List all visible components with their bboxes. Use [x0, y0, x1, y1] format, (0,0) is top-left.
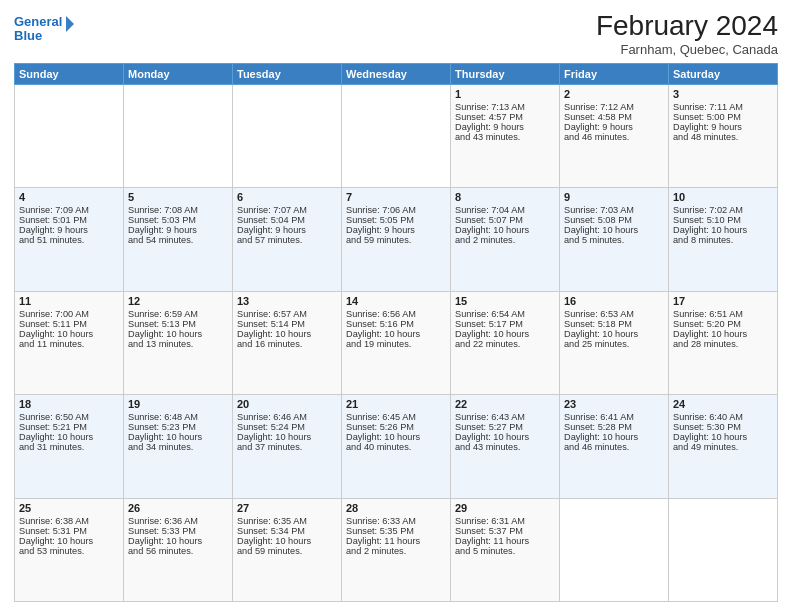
cell-text: Daylight: 10 hours	[19, 536, 119, 546]
calendar-body: 1Sunrise: 7:13 AMSunset: 4:57 PMDaylight…	[15, 85, 778, 602]
cell-text: and 5 minutes.	[564, 235, 664, 245]
cell-text: Sunrise: 7:02 AM	[673, 205, 773, 215]
cell-text: Sunrise: 7:06 AM	[346, 205, 446, 215]
cell-text: Daylight: 10 hours	[455, 225, 555, 235]
weekday-header: Friday	[560, 64, 669, 85]
cell-text: Daylight: 9 hours	[564, 122, 664, 132]
day-number: 1	[455, 88, 555, 100]
weekday-header: Wednesday	[342, 64, 451, 85]
cell-text: Sunrise: 6:45 AM	[346, 412, 446, 422]
cell-text: and 51 minutes.	[19, 235, 119, 245]
calendar-cell: 7Sunrise: 7:06 AMSunset: 5:05 PMDaylight…	[342, 188, 451, 291]
page: General Blue February 2024 Farnham, Queb…	[0, 0, 792, 612]
cell-text: Daylight: 11 hours	[455, 536, 555, 546]
day-number: 29	[455, 502, 555, 514]
calendar-cell: 26Sunrise: 6:36 AMSunset: 5:33 PMDayligh…	[124, 498, 233, 601]
cell-text: Daylight: 10 hours	[237, 536, 337, 546]
cell-text: and 53 minutes.	[19, 546, 119, 556]
cell-text: Sunrise: 7:09 AM	[19, 205, 119, 215]
cell-text: Sunrise: 6:46 AM	[237, 412, 337, 422]
calendar-cell: 2Sunrise: 7:12 AMSunset: 4:58 PMDaylight…	[560, 85, 669, 188]
cell-text: Sunset: 5:04 PM	[237, 215, 337, 225]
cell-text: and 37 minutes.	[237, 442, 337, 452]
calendar-cell: 25Sunrise: 6:38 AMSunset: 5:31 PMDayligh…	[15, 498, 124, 601]
calendar-cell	[342, 85, 451, 188]
sub-title: Farnham, Quebec, Canada	[596, 42, 778, 57]
cell-text: and 22 minutes.	[455, 339, 555, 349]
cell-text: Sunrise: 6:48 AM	[128, 412, 228, 422]
cell-text: Daylight: 10 hours	[346, 329, 446, 339]
cell-text: Sunset: 5:10 PM	[673, 215, 773, 225]
cell-text: and 25 minutes.	[564, 339, 664, 349]
weekday-header: Tuesday	[233, 64, 342, 85]
cell-text: Sunset: 5:24 PM	[237, 422, 337, 432]
calendar-cell: 14Sunrise: 6:56 AMSunset: 5:16 PMDayligh…	[342, 291, 451, 394]
calendar-week-row: 1Sunrise: 7:13 AMSunset: 4:57 PMDaylight…	[15, 85, 778, 188]
day-number: 4	[19, 191, 119, 203]
cell-text: Daylight: 9 hours	[455, 122, 555, 132]
cell-text: Sunrise: 7:08 AM	[128, 205, 228, 215]
calendar-cell: 16Sunrise: 6:53 AMSunset: 5:18 PMDayligh…	[560, 291, 669, 394]
cell-text: Sunset: 5:21 PM	[19, 422, 119, 432]
cell-text: Daylight: 9 hours	[673, 122, 773, 132]
logo: General Blue	[14, 10, 74, 46]
cell-text: Sunrise: 6:51 AM	[673, 309, 773, 319]
calendar-cell: 11Sunrise: 7:00 AMSunset: 5:11 PMDayligh…	[15, 291, 124, 394]
cell-text: Sunset: 5:31 PM	[19, 526, 119, 536]
day-number: 17	[673, 295, 773, 307]
cell-text: Daylight: 10 hours	[237, 329, 337, 339]
calendar-week-row: 25Sunrise: 6:38 AMSunset: 5:31 PMDayligh…	[15, 498, 778, 601]
cell-text: Daylight: 10 hours	[673, 225, 773, 235]
title-block: February 2024 Farnham, Quebec, Canada	[596, 10, 778, 57]
cell-text: Daylight: 9 hours	[237, 225, 337, 235]
day-number: 20	[237, 398, 337, 410]
cell-text: Sunset: 5:14 PM	[237, 319, 337, 329]
calendar-cell: 21Sunrise: 6:45 AMSunset: 5:26 PMDayligh…	[342, 395, 451, 498]
day-number: 22	[455, 398, 555, 410]
day-number: 10	[673, 191, 773, 203]
day-number: 14	[346, 295, 446, 307]
cell-text: and 34 minutes.	[128, 442, 228, 452]
cell-text: Sunset: 5:30 PM	[673, 422, 773, 432]
cell-text: and 46 minutes.	[564, 442, 664, 452]
weekday-row: SundayMondayTuesdayWednesdayThursdayFrid…	[15, 64, 778, 85]
cell-text: Sunset: 5:17 PM	[455, 319, 555, 329]
day-number: 3	[673, 88, 773, 100]
cell-text: and 49 minutes.	[673, 442, 773, 452]
calendar-cell: 1Sunrise: 7:13 AMSunset: 4:57 PMDaylight…	[451, 85, 560, 188]
cell-text: Sunrise: 6:56 AM	[346, 309, 446, 319]
weekday-header: Monday	[124, 64, 233, 85]
calendar-cell: 10Sunrise: 7:02 AMSunset: 5:10 PMDayligh…	[669, 188, 778, 291]
calendar-week-row: 11Sunrise: 7:00 AMSunset: 5:11 PMDayligh…	[15, 291, 778, 394]
calendar-cell: 13Sunrise: 6:57 AMSunset: 5:14 PMDayligh…	[233, 291, 342, 394]
cell-text: Daylight: 11 hours	[346, 536, 446, 546]
calendar-cell: 23Sunrise: 6:41 AMSunset: 5:28 PMDayligh…	[560, 395, 669, 498]
cell-text: Daylight: 10 hours	[346, 432, 446, 442]
calendar-table: SundayMondayTuesdayWednesdayThursdayFrid…	[14, 63, 778, 602]
calendar-cell: 18Sunrise: 6:50 AMSunset: 5:21 PMDayligh…	[15, 395, 124, 498]
cell-text: Sunrise: 6:54 AM	[455, 309, 555, 319]
cell-text: and 8 minutes.	[673, 235, 773, 245]
cell-text: Sunrise: 6:31 AM	[455, 516, 555, 526]
cell-text: and 2 minutes.	[346, 546, 446, 556]
cell-text: Daylight: 10 hours	[564, 225, 664, 235]
cell-text: Sunrise: 7:07 AM	[237, 205, 337, 215]
calendar-cell: 20Sunrise: 6:46 AMSunset: 5:24 PMDayligh…	[233, 395, 342, 498]
calendar-cell: 27Sunrise: 6:35 AMSunset: 5:34 PMDayligh…	[233, 498, 342, 601]
day-number: 11	[19, 295, 119, 307]
cell-text: and 59 minutes.	[237, 546, 337, 556]
cell-text: Sunrise: 7:12 AM	[564, 102, 664, 112]
calendar-cell: 19Sunrise: 6:48 AMSunset: 5:23 PMDayligh…	[124, 395, 233, 498]
cell-text: Sunrise: 6:36 AM	[128, 516, 228, 526]
day-number: 21	[346, 398, 446, 410]
svg-marker-2	[66, 16, 74, 32]
cell-text: Sunset: 5:26 PM	[346, 422, 446, 432]
weekday-header: Thursday	[451, 64, 560, 85]
cell-text: Sunrise: 7:04 AM	[455, 205, 555, 215]
calendar-cell: 29Sunrise: 6:31 AMSunset: 5:37 PMDayligh…	[451, 498, 560, 601]
cell-text: Daylight: 10 hours	[19, 432, 119, 442]
cell-text: and 31 minutes.	[19, 442, 119, 452]
calendar-cell: 3Sunrise: 7:11 AMSunset: 5:00 PMDaylight…	[669, 85, 778, 188]
cell-text: Sunset: 5:23 PM	[128, 422, 228, 432]
calendar-cell: 4Sunrise: 7:09 AMSunset: 5:01 PMDaylight…	[15, 188, 124, 291]
